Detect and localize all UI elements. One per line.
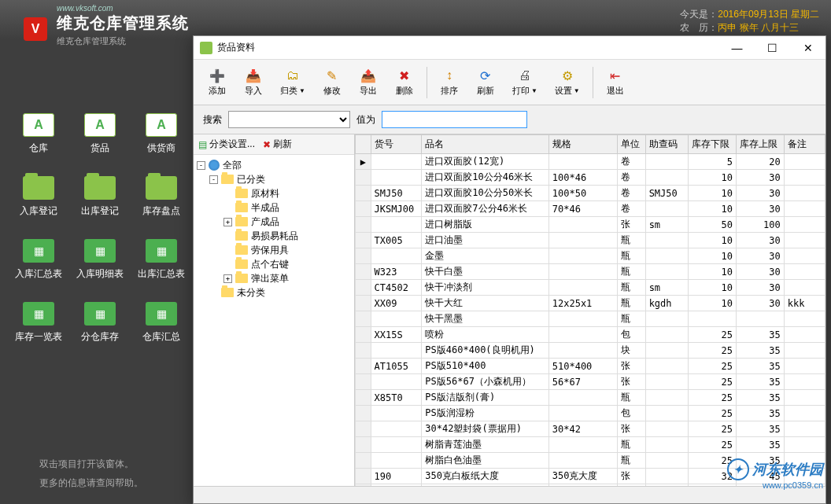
toolbar-排序-button[interactable]: ↕排序 [432,64,467,100]
desktop-icon-仓库汇总[interactable]: 仓库汇总 [131,291,192,354]
tree-categorized[interactable]: -已分类 [194,172,354,186]
tree-item-原材料[interactable]: 原材料 [194,186,354,200]
desktop-icon-出库汇总表[interactable]: 出库汇总表 [131,228,192,291]
table-row[interactable]: 进口双面胶10公分46米长100*46卷1030 [356,170,825,186]
toolbar-导入-button[interactable]: 📥导入 [236,64,271,100]
tree-uncategorized[interactable]: 未分类 [194,285,354,300]
tree-item-半成品[interactable]: 半成品 [194,200,354,215]
refresh-icon: ✖ [263,139,271,150]
expand-icon[interactable]: + [223,218,232,226]
footer-tips: 双击项目打开该窗体。 更多的信息请查阅帮助。 [39,454,143,492]
desktop-icon-入库明细表[interactable]: 入库明细表 [69,228,131,291]
table-row[interactable]: 金墨瓶1030 [356,248,825,264]
window-icon [200,42,212,54]
value-label: 值为 [356,113,375,127]
folder-icon [235,203,248,212]
table-row[interactable]: XX09快干大红12x25x1瓶kgdh1030kkk [356,296,825,311]
排序-icon: ↕ [441,68,457,83]
desktop-icon-出库登记[interactable]: 出库登记 [69,165,131,228]
table-row[interactable]: 进口树脂版张sm50100 [356,217,825,233]
table-row[interactable]: AT1055PS版510*400510*400张2535 [356,359,825,374]
table-row[interactable]: SMJ50进口双面胶10公分50米长100*50卷SMJ501030 [356,186,825,201]
tree-item-产成品[interactable]: +产成品 [194,215,354,229]
table-row[interactable]: W323快干白墨瓶1030 [356,264,825,280]
打印-icon: 🖨 [517,68,533,83]
table-row[interactable]: X85T0PS版洁版剂(膏)瓶2535 [356,390,825,406]
table-row[interactable]: PS版460*400(良明机用)块2535 [356,343,825,359]
toolbar-退出-button[interactable]: ⇤退出 [598,64,633,100]
table-row[interactable]: 30*42塑封袋(票据用)30*42张2535 [356,421,825,437]
folder-icon [221,288,234,297]
toolbar-归类-button[interactable]: 🗂归类▼ [272,64,313,100]
toolbar-删除-button[interactable]: ✖删除 [387,64,422,100]
tree-item-点个右键[interactable]: 点个右键 [194,257,354,271]
desktop-icon-入库汇总表[interactable]: 入库汇总表 [8,228,69,291]
minimize-button[interactable]: — [719,37,755,59]
maximize-button[interactable]: ☐ [755,37,790,59]
folder-icon [84,302,116,326]
search-label: 搜索 [203,113,222,127]
退出-icon: ⇤ [608,68,623,83]
titlebar[interactable]: 货品资料 — ☐ ✕ [194,36,825,60]
col-规格[interactable]: 规格 [548,135,617,154]
desktop-icon-仓库[interactable]: 仓库 [8,102,69,165]
table-row[interactable]: TX005进口油墨瓶1030 [356,233,825,248]
toolbar-刷新-button[interactable]: ⟳刷新 [468,64,503,100]
table-row[interactable]: CT4502快干冲淡剂瓶sm1030 [356,280,825,296]
folder-icon [84,113,116,137]
close-button[interactable]: ✕ [790,37,825,59]
table-row[interactable]: PS版润湿粉包2535 [356,406,825,421]
search-field-select[interactable] [228,111,350,128]
search-bar: 搜索 值为 [194,105,825,134]
toolbar-设置-button[interactable]: ⚙设置▼ [547,64,588,100]
folder-icon [84,176,116,200]
tree-refresh-button[interactable]: ✖ 刷新 [263,138,292,151]
col-库存下限[interactable]: 库存下限 [688,135,736,154]
desktop-icon-供货商[interactable]: 供货商 [131,102,192,165]
toolbar-修改-button[interactable]: ✎修改 [315,64,349,100]
导出-icon: 📤 [360,68,376,83]
expand-icon[interactable]: - [209,175,218,184]
goods-grid[interactable]: 货号品名规格单位助查码库存下限库存上限备注▶进口双面胶(12宽)卷520进口双面… [355,134,825,486]
folder-icon [235,231,248,241]
desktop-icon-货品[interactable]: 货品 [69,102,131,165]
col-单位[interactable]: 单位 [617,135,645,154]
data-grid-pane[interactable]: 货号品名规格单位助查码库存下限库存上限备注▶进口双面胶(12宽)卷520进口双面… [355,134,825,486]
folder-icon [221,175,234,184]
folder-icon [235,217,248,226]
folder-icon [146,176,177,200]
toolbar-导出-button[interactable]: 📤导出 [351,64,386,100]
table-row[interactable]: ▶进口双面胶(12宽)卷520 [356,154,825,170]
tree-item-易损易耗品[interactable]: 易损易耗品 [194,229,354,243]
table-row[interactable]: 树脂青莲油墨瓶2535 [356,437,825,453]
desktop-icon-入库登记[interactable]: 入库登记 [8,165,69,228]
desktop-icon-库存一览表[interactable]: 库存一览表 [8,291,69,354]
设置-icon: ⚙ [560,68,575,83]
expand-icon[interactable]: - [197,161,205,170]
table-row[interactable]: PS版56*67（小森机用）56*67张2535 [356,374,825,390]
col-库存上限[interactable]: 库存上限 [736,135,784,154]
toolbar-打印-button[interactable]: 🖨打印▼ [504,64,545,100]
tree-root[interactable]: -全部 [194,158,354,172]
search-value-input[interactable] [382,111,527,128]
toolbar-添加-button[interactable]: ➕添加 [200,64,235,100]
settings-icon: ▤ [198,139,207,150]
修改-icon: ✎ [324,68,340,83]
desktop-icon-库存盘点[interactable]: 库存盘点 [131,165,192,228]
col-助查码[interactable]: 助查码 [645,135,688,154]
category-settings-button[interactable]: ▤ 分类设置... [198,138,255,151]
table-row[interactable]: JKSMJ00进口双面胶7公分46米长70*46卷1030 [356,201,825,217]
folder-icon [146,302,177,326]
col-备注[interactable]: 备注 [784,135,825,154]
col-货号[interactable]: 货号 [371,135,422,154]
vendor-url: www.vksoft.com [57,4,189,13]
col-品名[interactable]: 品名 [422,135,548,154]
tree-item-劳保用具[interactable]: 劳保用具 [194,243,354,257]
expand-icon[interactable]: + [223,274,232,283]
tree-item-弹出菜单[interactable]: +弹出菜单 [194,271,354,285]
desktop-icon-分仓库存[interactable]: 分仓库存 [69,291,131,354]
watermark: ✦ 河东软件园 www.pc0359.cn [727,458,823,480]
window-title: 货品资料 [217,41,719,54]
table-row[interactable]: 快干黑墨瓶 [356,311,825,327]
table-row[interactable]: XX15S喷粉包2535 [356,327,825,343]
